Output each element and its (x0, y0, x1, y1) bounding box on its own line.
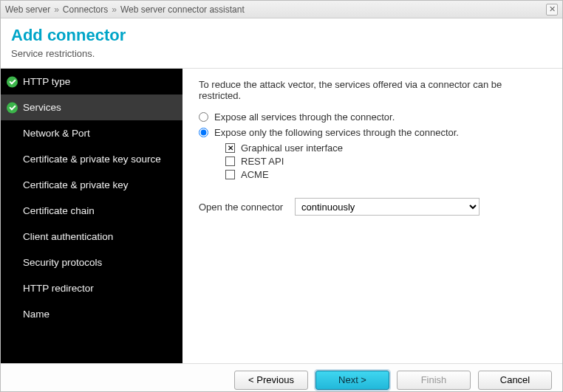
sidebar-item-cert-chain[interactable]: Certificate chain (1, 198, 182, 224)
checkbox-acme-label: ACME (241, 169, 269, 180)
checkbox-gui-label: Graphical user interface (241, 142, 343, 154)
checkbox-rest[interactable] (225, 157, 235, 166)
checkbox-acme-row[interactable]: ACME (225, 169, 546, 180)
intro-text: To reduce the attack vector, the service… (199, 79, 546, 101)
finish-button: Finish (397, 371, 471, 390)
radio-expose-only-label: Expose only the following services throu… (214, 127, 459, 138)
open-connector-row: Open the connector continuously (199, 198, 546, 216)
sidebar-item-label: Client authentication (23, 231, 113, 242)
page-subtitle: Service restrictions. (11, 48, 552, 59)
next-button[interactable]: Next > (315, 371, 389, 390)
sidebar-item-sec-protocols[interactable]: Security protocols (1, 250, 182, 275)
wizard-content: To reduce the attack vector, the service… (182, 69, 562, 363)
breadcrumb-sep: » (112, 4, 117, 15)
checkbox-acme[interactable] (225, 170, 235, 179)
open-connector-label: Open the connector (199, 202, 287, 213)
breadcrumb-sep: » (54, 4, 59, 15)
sidebar-item-label: Security protocols (23, 257, 102, 268)
checkbox-gui[interactable] (225, 143, 235, 153)
wizard-sidebar: HTTP type Services Network & Port Certif… (1, 69, 182, 363)
previous-button[interactable]: < Previous (234, 371, 308, 390)
open-connector-select[interactable]: continuously (295, 198, 480, 216)
radio-expose-all-row[interactable]: Expose all services through the connecto… (199, 111, 546, 123)
checkbox-rest-row[interactable]: REST API (225, 156, 546, 167)
breadcrumb-part-3: Web server connector assistant (120, 4, 245, 15)
sidebar-item-network-port[interactable]: Network & Port (1, 120, 182, 146)
checkbox-rest-label: REST API (241, 156, 284, 167)
titlebar: Web server » Connectors » Web server con… (1, 1, 562, 18)
close-icon[interactable]: ✕ (546, 4, 558, 16)
sidebar-item-label: Name (23, 309, 50, 320)
sidebar-item-http-redirector[interactable]: HTTP redirector (1, 275, 182, 301)
checkbox-gui-row[interactable]: Graphical user interface (225, 142, 546, 154)
radio-expose-only[interactable] (199, 128, 208, 137)
sidebar-item-label: Certificate & private key (23, 179, 129, 190)
sidebar-item-services[interactable]: Services (1, 94, 182, 120)
wizard-footer: < Previous Next > Finish Cancel (1, 363, 562, 392)
wizard-header: Add connector Service restrictions. (1, 18, 562, 69)
sidebar-item-label: HTTP redirector (23, 283, 94, 294)
services-checkbox-group: Graphical user interface REST API ACME (225, 142, 546, 180)
breadcrumb-part-2: Connectors (63, 4, 108, 15)
radio-expose-only-row[interactable]: Expose only the following services throu… (199, 127, 546, 138)
cancel-button[interactable]: Cancel (478, 371, 552, 390)
sidebar-item-client-auth[interactable]: Client authentication (1, 224, 182, 250)
sidebar-item-label: Network & Port (23, 128, 90, 139)
sidebar-item-label: HTTP type (23, 76, 70, 87)
sidebar-item-cert-key-source[interactable]: Certificate & private key source (1, 146, 182, 172)
sidebar-item-label: Certificate chain (23, 205, 95, 216)
radio-expose-all[interactable] (199, 112, 208, 122)
sidebar-item-label: Certificate & private key source (23, 154, 161, 165)
sidebar-item-cert-key[interactable]: Certificate & private key (1, 172, 182, 198)
sidebar-item-label: Services (23, 102, 61, 113)
sidebar-item-name[interactable]: Name (1, 301, 182, 327)
breadcrumb-part-1: Web server (5, 4, 50, 15)
sidebar-item-http-type[interactable]: HTTP type (1, 69, 182, 94)
radio-expose-all-label: Expose all services through the connecto… (214, 111, 395, 123)
page-title: Add connector (11, 26, 552, 45)
